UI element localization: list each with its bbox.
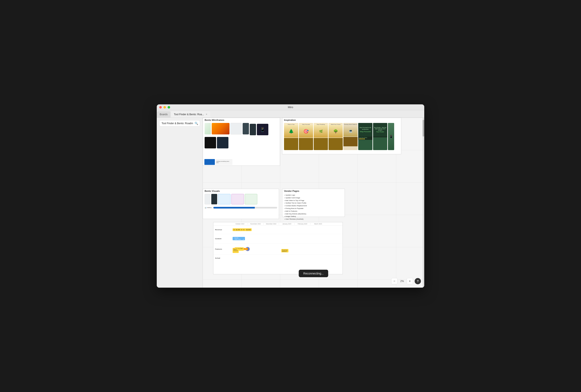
wireframes-section: Bento Wireframes 📱: [203, 118, 280, 166]
wf-thumb-2: [212, 123, 230, 134]
wf-thumb-7: [204, 137, 216, 148]
maximize-button[interactable]: [168, 106, 170, 109]
zoom-controls: − 2% + ?: [391, 278, 421, 284]
roadmap-content-row: Content 40 Tools34 Reviews 35 Tools23 Re…: [214, 234, 342, 243]
canvas-area[interactable]: Bento Wireframes 📱 A: [203, 118, 424, 288]
month-oct: October 2022: [232, 223, 248, 225]
help-button[interactable]: ?: [415, 278, 421, 284]
insp-card-8: 📱: [388, 123, 394, 150]
month-jan: January 2023: [279, 223, 295, 225]
visuals-section: Bento Visuals 📊 metrics: [203, 189, 279, 219]
tab-boards-label: Boards: [160, 113, 168, 116]
content-stickies: 40 Tools34 Reviews 35 Tools23 Reviews Mo…: [232, 234, 342, 243]
vendor-item-1: • Update Logo: [284, 194, 342, 197]
vendor-item-3: • Add Video to Top of Page: [284, 199, 342, 202]
wf-thumb-8: [217, 137, 228, 148]
tab-close-icon[interactable]: ✕: [206, 113, 207, 115]
wireframes-content: 📱: [203, 122, 280, 149]
features-label: Features: [214, 248, 232, 250]
wireframes-label: Bento Wireframes: [203, 118, 280, 122]
tabbar: Boards Tool Finder & Bento: Roa... ✕: [157, 110, 424, 118]
visual-stats: 📊 metrics: [204, 206, 277, 209]
wf-thumb-1: [204, 123, 211, 134]
vendor-item-8: • Add Key Articles (Backlinks): [284, 213, 342, 215]
inspiration-content: Plant a Tree 🌲 Stay Focused 🎯 Stop Phubb…: [282, 122, 401, 151]
minus-icon: −: [393, 279, 395, 283]
insp-card-3: Stop Phubbing 🌿: [314, 123, 328, 150]
wf-thumb-4: [243, 123, 249, 134]
reconnecting-toast: Reconnecting...: [299, 270, 328, 277]
blue-note-text: Adding something here later: [216, 159, 232, 165]
insp-card-6: Stay Focused to be productive Stay Focus…: [358, 123, 372, 150]
tab-tool-finder-label: Tool Finder & Bento: Roa...: [174, 113, 204, 116]
insp-card-1: Plant a Tree 🌲: [284, 123, 298, 150]
visual-screen-2: [231, 194, 244, 204]
zoom-in-button[interactable]: +: [407, 278, 413, 284]
visual-screen-1: [218, 194, 230, 204]
scrollbar-right[interactable]: [422, 118, 424, 288]
search-bar[interactable]: 🔍: [159, 120, 200, 127]
help-icon: ?: [417, 279, 419, 283]
month-dec: December 2022: [264, 223, 279, 225]
insp-card-7: Tool Finder - find the right tool for ea…: [373, 123, 387, 150]
tab-tool-finder[interactable]: Tool Finder & Bento: Roa... ✕: [171, 111, 210, 118]
vendor-item-10: • User Reviews (Inverted): [284, 218, 342, 221]
search-icon[interactable]: 🔍: [194, 122, 198, 125]
tab-boards[interactable]: Boards: [157, 111, 170, 118]
zoom-out-button[interactable]: −: [391, 278, 398, 284]
revenue-label: Revenue: [214, 229, 232, 231]
traffic-lights: [159, 106, 170, 109]
vendor-item-9: • Image Gallery: [284, 215, 342, 218]
blue-frame-item: [204, 159, 215, 165]
inspiration-label: Inspiration: [282, 118, 401, 122]
month-mar: March 2023: [310, 223, 326, 225]
close-button[interactable]: [159, 106, 162, 109]
visual-phone-2: [211, 194, 217, 204]
visual-screen-3: [245, 194, 257, 204]
revenue-stickies: $4,500 $3,500 $4,500 $4,000 $5,000 $2,50…: [232, 226, 342, 234]
search-input[interactable]: [162, 122, 193, 125]
visual-phone-1: [204, 194, 210, 204]
window-title: Miro: [288, 106, 293, 109]
wf-thumb-3: [230, 123, 242, 134]
actual-stickies: Mark'sPresent... RoadmapMeeting: [232, 256, 342, 260]
roadmap-actual-row: Actual Mark'sPresent... RoadmapMeeting: [214, 255, 342, 261]
wf-thumb-6: 📱: [257, 124, 268, 135]
vendor-item-4: • Verified Tick to Claim Profile: [284, 202, 342, 204]
roadmap-section: October 2022 November 2022 December 2022…: [213, 222, 343, 274]
minimize-button[interactable]: [164, 106, 166, 109]
insp-card-4: Build Your Forest 🌳: [328, 123, 343, 150]
vendor-section: Vendor Pages • Update Logo • Update Card…: [282, 189, 345, 217]
vendor-label: Vendor Pages: [282, 189, 345, 193]
titlebar: Miro: [157, 104, 424, 110]
main-area: 🔍 Bento Wireframes 📱: [157, 118, 424, 288]
month-nov: November 2022: [248, 223, 264, 225]
roadmap-timeline: October 2022 November 2022 December 2022…: [214, 222, 342, 226]
scrollbar-thumb: [422, 120, 424, 137]
sticky-rev-6: $2,500: [235, 228, 241, 231]
plus-icon: +: [409, 279, 411, 283]
insp-card-2: Stay Focused 🎯: [299, 123, 313, 150]
zoom-level: 2%: [399, 280, 405, 283]
sticky-act-2: RoadmapMeeting: [281, 249, 288, 252]
vendor-item-7: • Add to Features: [284, 210, 342, 213]
roadmap-revenue-row: Revenue $4,500 $3,500 $4,500 $4,000 $5,0…: [214, 226, 342, 234]
vendor-item-5: • Contact Button Replacement: [284, 204, 342, 207]
insp-card-5: Develop Work Patterns 💻: [344, 123, 358, 150]
inspiration-section: Inspiration Plant a Tree 🌲 Stay Focused …: [282, 118, 401, 154]
content-label: Content: [214, 238, 232, 240]
reconnecting-message: Reconnecting...: [303, 272, 324, 275]
sticky-con-5: 60,000Video Subs: [234, 237, 242, 240]
wf-thumb-5: [250, 124, 256, 135]
sidebar: 🔍: [157, 118, 203, 288]
month-feb: February 2023: [295, 223, 310, 225]
app-window: Miro Boards Tool Finder & Bento: Roa... …: [157, 104, 424, 288]
sticky-act-1: Mark'sPresent...: [232, 248, 239, 253]
vendor-item-2: • Update Card Image: [284, 197, 342, 199]
vendor-item-6: • Pricing Area to Populate: [284, 207, 342, 210]
actual-label: Actual: [214, 257, 232, 259]
vendor-list: • Update Logo • Update Card Image • Add …: [282, 193, 345, 221]
sticky-rev-2: $3,500: [245, 228, 252, 231]
visuals-label: Bento Visuals: [203, 189, 279, 193]
visuals-content: 📊 metrics: [203, 193, 279, 210]
